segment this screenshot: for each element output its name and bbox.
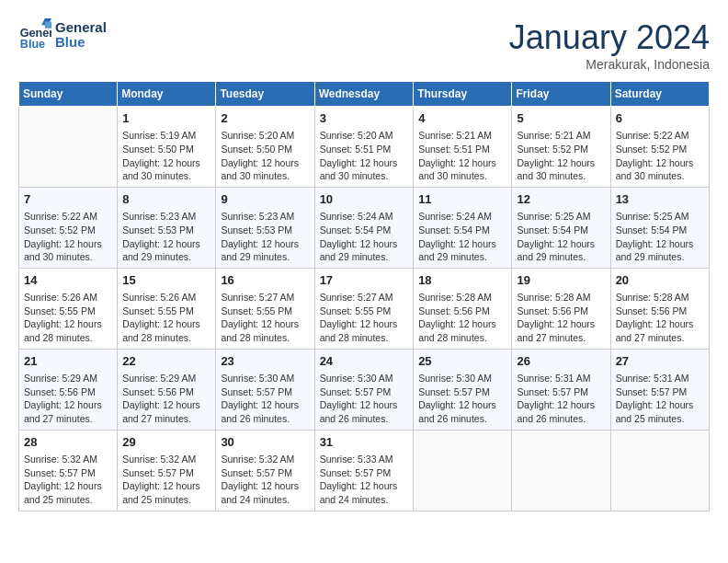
day-info: Sunrise: 5:32 AM Sunset: 5:57 PM Dayligh… [24,454,102,505]
calendar-cell: 26Sunrise: 5:31 AM Sunset: 5:57 PM Dayli… [512,349,610,430]
day-number: 26 [517,353,605,370]
day-info: Sunrise: 5:22 AM Sunset: 5:52 PM Dayligh… [24,211,102,262]
day-info: Sunrise: 5:27 AM Sunset: 5:55 PM Dayligh… [221,292,299,343]
day-number: 8 [122,191,210,208]
calendar-cell: 22Sunrise: 5:29 AM Sunset: 5:56 PM Dayli… [118,349,216,430]
svg-text:Blue: Blue [20,38,45,51]
calendar-week-5: 28Sunrise: 5:32 AM Sunset: 5:57 PM Dayli… [19,430,710,511]
day-number: 28 [24,434,112,451]
day-number: 23 [221,353,309,370]
day-number: 2 [221,110,309,127]
calendar-cell [610,430,709,511]
calendar-cell: 28Sunrise: 5:32 AM Sunset: 5:57 PM Dayli… [19,430,118,511]
location-subtitle: Merakurak, Indonesia [509,57,710,72]
day-info: Sunrise: 5:26 AM Sunset: 5:55 PM Dayligh… [24,292,102,343]
day-number: 29 [122,434,210,451]
calendar-week-3: 14Sunrise: 5:26 AM Sunset: 5:55 PM Dayli… [19,268,710,349]
day-info: Sunrise: 5:31 AM Sunset: 5:57 PM Dayligh… [517,373,595,424]
day-number: 25 [418,353,506,370]
calendar-cell: 17Sunrise: 5:27 AM Sunset: 5:55 PM Dayli… [314,268,414,349]
header-row: SundayMondayTuesdayWednesdayThursdayFrid… [19,82,710,107]
logo-line2: Blue [55,35,107,51]
day-info: Sunrise: 5:30 AM Sunset: 5:57 PM Dayligh… [320,373,398,424]
day-number: 12 [517,191,605,208]
day-number: 1 [122,110,210,127]
calendar-cell: 10Sunrise: 5:24 AM Sunset: 5:54 PM Dayli… [314,187,414,268]
title-block: January 2024 Merakurak, Indonesia [509,18,710,72]
day-info: Sunrise: 5:28 AM Sunset: 5:56 PM Dayligh… [616,292,694,343]
day-number: 17 [320,272,409,289]
calendar-cell: 18Sunrise: 5:28 AM Sunset: 5:56 PM Dayli… [414,268,512,349]
day-info: Sunrise: 5:25 AM Sunset: 5:54 PM Dayligh… [517,211,595,262]
day-info: Sunrise: 5:20 AM Sunset: 5:50 PM Dayligh… [221,130,299,181]
day-info: Sunrise: 5:32 AM Sunset: 5:57 PM Dayligh… [122,454,200,505]
day-number: 6 [616,110,704,127]
day-number: 31 [320,434,409,451]
day-number: 20 [616,272,704,289]
day-number: 5 [517,110,605,127]
header-cell-wednesday: Wednesday [314,82,414,107]
calendar-cell: 23Sunrise: 5:30 AM Sunset: 5:57 PM Dayli… [216,349,314,430]
calendar-cell: 6Sunrise: 5:22 AM Sunset: 5:52 PM Daylig… [610,107,709,188]
month-title: January 2024 [509,18,710,57]
calendar-cell: 20Sunrise: 5:28 AM Sunset: 5:56 PM Dayli… [610,268,709,349]
calendar-week-4: 21Sunrise: 5:29 AM Sunset: 5:56 PM Dayli… [19,349,710,430]
calendar-cell: 5Sunrise: 5:21 AM Sunset: 5:52 PM Daylig… [512,107,610,188]
day-info: Sunrise: 5:24 AM Sunset: 5:54 PM Dayligh… [320,211,398,262]
day-number: 30 [221,434,309,451]
calendar-cell: 7Sunrise: 5:22 AM Sunset: 5:52 PM Daylig… [19,187,118,268]
calendar-cell: 8Sunrise: 5:23 AM Sunset: 5:53 PM Daylig… [118,187,216,268]
calendar-cell: 25Sunrise: 5:30 AM Sunset: 5:57 PM Dayli… [414,349,512,430]
calendar-cell: 30Sunrise: 5:32 AM Sunset: 5:57 PM Dayli… [216,430,314,511]
day-info: Sunrise: 5:21 AM Sunset: 5:51 PM Dayligh… [418,130,496,181]
calendar-cell: 9Sunrise: 5:23 AM Sunset: 5:53 PM Daylig… [216,187,314,268]
day-info: Sunrise: 5:20 AM Sunset: 5:51 PM Dayligh… [320,130,398,181]
day-number: 14 [24,272,112,289]
day-number: 21 [24,353,112,370]
logo: General Blue General Blue [18,18,107,52]
day-number: 10 [320,191,409,208]
day-info: Sunrise: 5:32 AM Sunset: 5:57 PM Dayligh… [221,454,299,505]
day-number: 7 [24,191,112,208]
calendar-cell: 29Sunrise: 5:32 AM Sunset: 5:57 PM Dayli… [118,430,216,511]
calendar-cell: 21Sunrise: 5:29 AM Sunset: 5:56 PM Dayli… [19,349,118,430]
day-number: 11 [418,191,506,208]
header-cell-tuesday: Tuesday [216,82,314,107]
day-info: Sunrise: 5:23 AM Sunset: 5:53 PM Dayligh… [122,211,200,262]
calendar-cell: 15Sunrise: 5:26 AM Sunset: 5:55 PM Dayli… [118,268,216,349]
header-cell-thursday: Thursday [414,82,512,107]
header-cell-sunday: Sunday [19,82,118,107]
calendar-cell [512,430,610,511]
day-info: Sunrise: 5:19 AM Sunset: 5:50 PM Dayligh… [122,130,200,181]
day-info: Sunrise: 5:30 AM Sunset: 5:57 PM Dayligh… [221,373,299,424]
day-number: 22 [122,353,210,370]
logo-icon: General Blue [18,18,51,52]
logo-line1: General [55,20,107,36]
day-info: Sunrise: 5:21 AM Sunset: 5:52 PM Dayligh… [517,130,595,181]
header-cell-monday: Monday [118,82,216,107]
calendar-cell: 11Sunrise: 5:24 AM Sunset: 5:54 PM Dayli… [414,187,512,268]
calendar-cell: 13Sunrise: 5:25 AM Sunset: 5:54 PM Dayli… [610,187,709,268]
calendar-cell: 1Sunrise: 5:19 AM Sunset: 5:50 PM Daylig… [118,107,216,188]
calendar-body: 1Sunrise: 5:19 AM Sunset: 5:50 PM Daylig… [19,107,710,511]
day-info: Sunrise: 5:28 AM Sunset: 5:56 PM Dayligh… [418,292,496,343]
day-info: Sunrise: 5:29 AM Sunset: 5:56 PM Dayligh… [24,373,102,424]
day-info: Sunrise: 5:28 AM Sunset: 5:56 PM Dayligh… [517,292,595,343]
day-info: Sunrise: 5:24 AM Sunset: 5:54 PM Dayligh… [418,211,496,262]
calendar-cell: 3Sunrise: 5:20 AM Sunset: 5:51 PM Daylig… [314,107,414,188]
day-info: Sunrise: 5:26 AM Sunset: 5:55 PM Dayligh… [122,292,200,343]
day-info: Sunrise: 5:27 AM Sunset: 5:55 PM Dayligh… [320,292,398,343]
calendar-week-1: 1Sunrise: 5:19 AM Sunset: 5:50 PM Daylig… [19,107,710,188]
day-number: 13 [616,191,704,208]
calendar-cell: 4Sunrise: 5:21 AM Sunset: 5:51 PM Daylig… [414,107,512,188]
calendar-cell: 19Sunrise: 5:28 AM Sunset: 5:56 PM Dayli… [512,268,610,349]
header-cell-saturday: Saturday [610,82,709,107]
day-number: 18 [418,272,506,289]
day-info: Sunrise: 5:33 AM Sunset: 5:57 PM Dayligh… [320,454,398,505]
calendar-cell [19,107,118,188]
calendar-cell: 16Sunrise: 5:27 AM Sunset: 5:55 PM Dayli… [216,268,314,349]
header-cell-friday: Friday [512,82,610,107]
day-info: Sunrise: 5:22 AM Sunset: 5:52 PM Dayligh… [616,130,694,181]
calendar-cell [414,430,512,511]
page-header: General Blue General Blue January 2024 M… [18,18,710,72]
